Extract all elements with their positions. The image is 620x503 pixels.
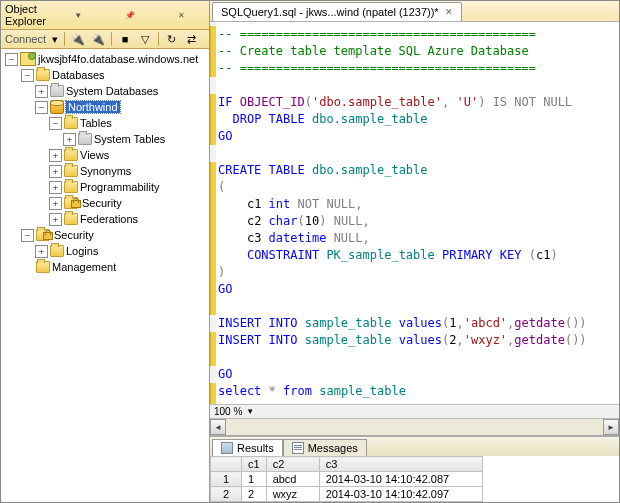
disconnect-icon[interactable]: 🔌	[91, 32, 105, 46]
row-number[interactable]: 1	[211, 472, 242, 487]
folder-icon	[36, 261, 50, 273]
document-tab[interactable]: SQLQuery1.sql - jkws...wind (npatel (123…	[212, 2, 462, 21]
tree-programmability[interactable]: + Programmability	[1, 179, 209, 195]
tree-label: Northwind	[66, 101, 120, 113]
tree-label: jkwsjbf4fo.database.windows.net	[38, 53, 198, 65]
zoom-value[interactable]: 100 %	[214, 406, 242, 417]
expand-icon[interactable]: +	[49, 181, 62, 194]
column-header[interactable]: c2	[266, 457, 319, 472]
scroll-right-icon[interactable]: ►	[603, 419, 619, 435]
object-explorer-tree[interactable]: − jkwsjbf4fo.database.windows.net − Data…	[1, 49, 209, 502]
expand-icon[interactable]: +	[35, 245, 48, 258]
expand-icon[interactable]: +	[63, 133, 76, 146]
column-header[interactable]: c3	[319, 457, 482, 472]
code-content: -- =====================================…	[210, 22, 619, 404]
cell[interactable]: 2014-03-10 14:10:42.087	[319, 472, 482, 487]
database-icon	[50, 100, 64, 114]
folder-icon	[64, 213, 78, 225]
tree-label: System Databases	[66, 85, 158, 97]
tree-management[interactable]: Management	[1, 259, 209, 275]
stop-icon[interactable]: ■	[118, 32, 132, 46]
folder-icon	[64, 181, 78, 193]
folder-icon	[50, 85, 64, 97]
connect-label[interactable]: Connect	[5, 33, 46, 45]
tab-label: Results	[237, 442, 274, 454]
cell[interactable]: wxyz	[266, 487, 319, 502]
expand-icon[interactable]: +	[49, 165, 62, 178]
results-tab-row: Results Messages	[210, 437, 619, 456]
tree-federations[interactable]: + Federations	[1, 211, 209, 227]
folder-icon	[36, 69, 50, 81]
folder-icon	[64, 149, 78, 161]
tree-label: Management	[52, 261, 116, 273]
results-grid[interactable]: c1 c2 c3 1 1 abcd 2014-03-10 14:10:42.08…	[210, 456, 619, 502]
object-explorer-title-bar: Object Explorer ▼ 📌 ✕	[1, 1, 209, 30]
collapse-icon[interactable]: −	[5, 53, 18, 66]
document-tab-row: SQLQuery1.sql - jkws...wind (npatel (123…	[210, 1, 619, 22]
tree-logins[interactable]: + Logins	[1, 243, 209, 259]
zoom-bar: 100 % ▼	[210, 404, 619, 418]
collapse-icon[interactable]: −	[21, 229, 34, 242]
tree-label: Databases	[52, 69, 105, 81]
expand-icon[interactable]: +	[49, 213, 62, 226]
pin-icon[interactable]: 📌	[106, 8, 154, 22]
refresh-icon[interactable]: ↻	[165, 32, 179, 46]
lock-icon	[42, 230, 52, 240]
collapse-icon[interactable]: −	[49, 117, 62, 130]
tree-label: Tables	[80, 117, 112, 129]
sync-icon[interactable]: ⇄	[185, 32, 199, 46]
tree-security-srv[interactable]: − Security	[1, 227, 209, 243]
tab-messages[interactable]: Messages	[283, 439, 367, 456]
object-explorer-title: Object Explorer	[5, 3, 51, 27]
tree-system-tables[interactable]: + System Tables	[1, 131, 209, 147]
table-row[interactable]: 2 2 wxyz 2014-03-10 14:10:42.097	[211, 487, 483, 502]
cell[interactable]: 2	[242, 487, 267, 502]
expand-icon[interactable]: +	[49, 197, 62, 210]
grid-icon	[221, 442, 233, 454]
folder-icon	[50, 245, 64, 257]
tree-northwind[interactable]: − Northwind	[1, 99, 209, 115]
close-icon[interactable]: ✕	[158, 8, 206, 22]
no-children-icon	[21, 261, 34, 274]
tree-views[interactable]: + Views	[1, 147, 209, 163]
expand-icon[interactable]: +	[49, 149, 62, 162]
tree-synonyms[interactable]: + Synonyms	[1, 163, 209, 179]
close-tab-icon[interactable]: ✕	[445, 7, 453, 17]
sql-editor[interactable]: -- =====================================…	[210, 22, 619, 404]
lock-icon	[70, 198, 80, 208]
corner-cell[interactable]	[211, 457, 242, 472]
filter-icon[interactable]: ▽	[138, 32, 152, 46]
tree-server-root[interactable]: − jkwsjbf4fo.database.windows.net	[1, 51, 209, 67]
object-explorer-toolbar: Connect▾ 🔌 🔌 ■ ▽ ↻ ⇄	[1, 30, 209, 49]
tree-databases[interactable]: − Databases	[1, 67, 209, 83]
cell[interactable]: 2014-03-10 14:10:42.097	[319, 487, 482, 502]
expand-icon[interactable]: +	[35, 85, 48, 98]
tree-system-databases[interactable]: + System Databases	[1, 83, 209, 99]
row-number[interactable]: 2	[211, 487, 242, 502]
editor-horizontal-scrollbar[interactable]: ◄ ►	[210, 418, 619, 435]
collapse-icon[interactable]: −	[35, 101, 48, 114]
tree-label: Security	[82, 197, 122, 209]
cell[interactable]: 1	[242, 472, 267, 487]
tree-tables[interactable]: − Tables	[1, 115, 209, 131]
messages-icon	[292, 442, 304, 454]
tree-security-db[interactable]: + Security	[1, 195, 209, 211]
tab-results[interactable]: Results	[212, 439, 283, 456]
tree-label: Logins	[66, 245, 98, 257]
table-row[interactable]: 1 1 abcd 2014-03-10 14:10:42.087	[211, 472, 483, 487]
tab-label: Messages	[308, 442, 358, 454]
cell[interactable]: abcd	[266, 472, 319, 487]
scroll-left-icon[interactable]: ◄	[210, 419, 226, 435]
tree-label: System Tables	[94, 133, 165, 145]
connect-icon[interactable]: 🔌	[71, 32, 85, 46]
server-icon	[20, 52, 36, 66]
folder-icon	[64, 165, 78, 177]
folder-icon	[64, 117, 78, 129]
document-tab-label: SQLQuery1.sql - jkws...wind (npatel (123…	[221, 6, 439, 18]
collapse-icon[interactable]: −	[21, 69, 34, 82]
dropdown-icon[interactable]: ▼	[55, 8, 103, 22]
tree-label: Federations	[80, 213, 138, 225]
tree-label: Views	[80, 149, 109, 161]
zoom-dropdown-icon[interactable]: ▼	[246, 407, 254, 416]
column-header[interactable]: c1	[242, 457, 267, 472]
